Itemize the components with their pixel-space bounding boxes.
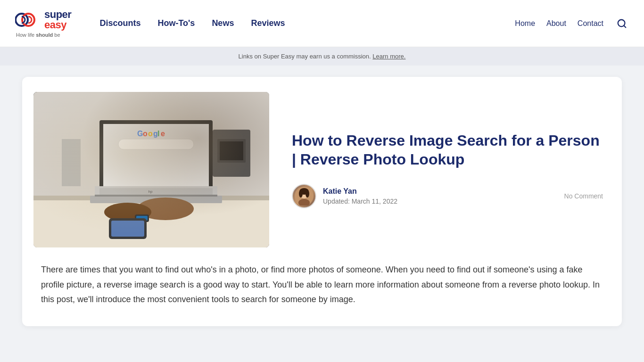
site-logo[interactable]: super easy How life should be [15, 9, 71, 38]
search-button[interactable] [615, 16, 629, 31]
svg-rect-29 [220, 141, 243, 160]
nav-home[interactable]: Home [515, 19, 535, 28]
nav-news[interactable]: News [212, 18, 234, 28]
right-navigation: Home About Contact [515, 16, 629, 31]
svg-text:G: G [137, 130, 143, 138]
svg-rect-19 [95, 195, 217, 197]
logo-icon [15, 9, 41, 30]
svg-text:g: g [153, 130, 158, 138]
logo-tagline: How life should be [15, 32, 60, 38]
svg-rect-28 [217, 139, 246, 163]
learn-more-link[interactable]: Learn more. [372, 53, 405, 60]
nav-reviews[interactable]: Reviews [251, 18, 285, 28]
svg-text:o: o [143, 130, 148, 138]
author-info: Katie Yan Updated: March 11, 2022 [292, 184, 397, 208]
hero-photo: G o o g l e hp [33, 92, 269, 247]
author-row: Katie Yan Updated: March 11, 2022 No Com… [292, 184, 603, 208]
svg-rect-24 [136, 216, 148, 221]
logo-easy-text: easy [44, 20, 71, 30]
svg-rect-27 [213, 130, 250, 177]
svg-rect-9 [118, 139, 194, 149]
article-hero-image: G o o g l e hp [33, 92, 269, 247]
svg-line-3 [624, 25, 626, 27]
author-details: Katie Yan Updated: March 11, 2022 [323, 187, 397, 205]
main-content: G o o g l e hp [11, 77, 633, 326]
svg-rect-17 [95, 186, 217, 197]
search-icon [617, 18, 627, 29]
svg-text:o: o [148, 130, 153, 138]
svg-rect-4 [33, 92, 269, 247]
svg-rect-5 [33, 196, 269, 247]
svg-point-35 [305, 190, 309, 197]
main-navigation: Discounts How-To's News Reviews [99, 18, 515, 28]
svg-text:e: e [161, 130, 165, 138]
logo-super-text: super [44, 9, 71, 20]
article-hero: G o o g l e hp [22, 77, 622, 263]
author-name: Katie Yan [323, 187, 397, 196]
affiliate-text: Links on Super Easy may earn us a commis… [239, 53, 406, 60]
nav-contact[interactable]: Contact [578, 19, 603, 28]
svg-point-21 [137, 197, 194, 220]
nav-about[interactable]: About [546, 19, 566, 28]
svg-rect-8 [103, 124, 209, 192]
svg-rect-7 [99, 120, 213, 196]
author-date: Updated: March 11, 2022 [323, 197, 397, 205]
comment-count: No Comment [564, 192, 603, 200]
svg-rect-25 [109, 218, 147, 239]
article-title: How to Reverse Image Search for a Person… [292, 131, 603, 169]
svg-rect-6 [33, 196, 269, 200]
svg-rect-18 [99, 188, 213, 195]
svg-point-22 [104, 203, 151, 222]
article-card: G o o g l e hp [22, 77, 622, 326]
svg-rect-16 [90, 196, 222, 203]
article-meta: How to Reverse Image Search for a Person… [292, 131, 603, 208]
site-header: super easy How life should be Discounts … [0, 0, 644, 47]
nav-howtos[interactable]: How-To's [157, 18, 195, 28]
nav-discounts[interactable]: Discounts [99, 18, 140, 28]
svg-text:l: l [157, 130, 159, 138]
article-intro: There are times that you want to find ou… [41, 263, 603, 307]
hero-photo-svg: G o o g l e hp [33, 92, 269, 247]
svg-point-34 [299, 190, 303, 197]
svg-text:hp: hp [149, 189, 153, 194]
svg-rect-23 [135, 214, 149, 222]
avatar [292, 184, 316, 208]
affiliate-banner: Links on Super Easy may earn us a commis… [0, 47, 644, 66]
article-body: There are times that you want to find ou… [22, 263, 622, 326]
svg-rect-30 [62, 139, 81, 186]
svg-rect-26 [111, 221, 144, 237]
